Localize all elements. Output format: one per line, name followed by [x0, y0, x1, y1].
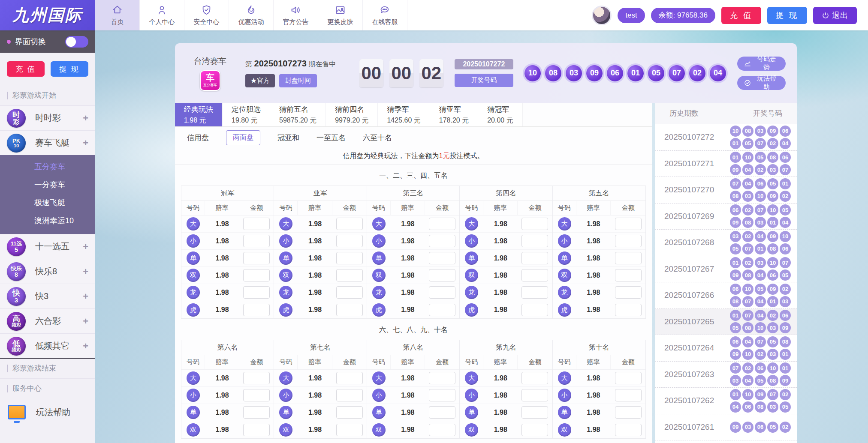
amount-input[interactable] — [429, 235, 455, 247]
bet-chip-龙[interactable]: 龙 — [187, 286, 200, 299]
bet-chip-小[interactable]: 小 — [558, 389, 571, 402]
bet-chip-小[interactable]: 小 — [558, 234, 571, 248]
amount-input[interactable] — [429, 424, 455, 436]
submenu-item-澳洲幸运10[interactable]: 澳洲幸运10 — [0, 212, 95, 230]
amount-input[interactable] — [429, 304, 455, 316]
nav-item-个人中心[interactable]: 个人中心 — [140, 0, 184, 30]
nav-item-优惠活动[interactable]: 优惠活动 — [229, 0, 274, 30]
bet-chip-大[interactable]: 大 — [372, 371, 386, 385]
amount-input[interactable] — [615, 406, 642, 419]
amount-input[interactable] — [521, 372, 548, 384]
expand-plus-icon[interactable]: + — [83, 291, 88, 302]
tab-猜亚军[interactable]: 猜亚军178.20 元 — [430, 103, 478, 126]
subtab-冠亚和[interactable]: 冠亚和 — [277, 133, 299, 143]
amount-input[interactable] — [336, 218, 363, 230]
history-row[interactable]: 2025010727101100508060904020307 — [655, 151, 797, 177]
amount-input[interactable] — [336, 252, 363, 264]
two-side-tab[interactable]: 两面盘 — [226, 130, 260, 145]
history-row[interactable]: 2025010726406040705080910020301 — [655, 335, 797, 362]
expand-plus-icon[interactable]: + — [83, 138, 88, 149]
amount-input[interactable] — [243, 304, 270, 316]
sidebar-item-赛车飞艇[interactable]: PK10赛车飞艇+ — [0, 130, 95, 155]
bet-chip-双[interactable]: 双 — [279, 423, 292, 437]
amount-input[interactable] — [429, 406, 455, 419]
bet-chip-龙[interactable]: 龙 — [558, 286, 571, 299]
amount-input[interactable] — [336, 286, 363, 299]
bet-chip-大[interactable]: 大 — [279, 217, 292, 230]
amount-input[interactable] — [243, 389, 270, 401]
expand-plus-icon[interactable]: + — [83, 316, 88, 327]
nav-item-在线客服[interactable]: 在线客服 — [363, 0, 407, 30]
amount-input[interactable] — [243, 235, 270, 247]
amount-input[interactable] — [243, 406, 270, 419]
bet-chip-双[interactable]: 双 — [558, 423, 571, 437]
history-row[interactable]: 202501072610903060502 — [655, 414, 797, 441]
amount-input[interactable] — [243, 424, 270, 436]
submenu-item-五分赛车[interactable]: 五分赛车 — [0, 158, 95, 176]
sidebar-recharge-button[interactable]: 充 值 — [7, 61, 45, 77]
nav-item-更换皮肤[interactable]: 更换皮肤 — [318, 0, 363, 30]
submenu-item-一分赛车[interactable]: 一分赛车 — [0, 176, 95, 194]
amount-input[interactable] — [521, 424, 548, 436]
expand-plus-icon[interactable]: + — [83, 266, 88, 277]
nav-item-首页[interactable]: 首页 — [95, 0, 140, 30]
amount-input[interactable] — [615, 269, 642, 281]
bet-chip-双[interactable]: 双 — [465, 423, 478, 437]
amount-input[interactable] — [243, 252, 270, 264]
history-row[interactable]: 2025010726606100509020807040103 — [655, 282, 797, 309]
history-row[interactable]: 2025010726307020610010304050809 — [655, 362, 797, 388]
amount-input[interactable] — [521, 286, 548, 299]
game-logo-icon[interactable]: 车 五分赛车 — [200, 70, 220, 91]
amount-input[interactable] — [336, 304, 363, 316]
expand-plus-icon[interactable]: + — [83, 113, 88, 124]
amount-input[interactable] — [336, 424, 363, 436]
bet-chip-单[interactable]: 单 — [279, 406, 292, 419]
bet-chip-小[interactable]: 小 — [372, 234, 386, 248]
tab-猜前四名[interactable]: 猜前四名9979.20 元 — [326, 103, 378, 126]
bet-chip-龙[interactable]: 龙 — [279, 286, 292, 299]
bet-chip-小[interactable]: 小 — [465, 234, 478, 248]
amount-input[interactable] — [243, 269, 270, 281]
amount-input[interactable] — [521, 252, 548, 264]
bet-chip-双[interactable]: 双 — [558, 269, 571, 282]
amount-input[interactable] — [615, 424, 642, 436]
amount-input[interactable] — [336, 235, 363, 247]
bet-chip-大[interactable]: 大 — [465, 217, 478, 230]
tab-猜冠军[interactable]: 猜冠军20.00 元 — [478, 103, 522, 126]
bet-chip-龙[interactable]: 龙 — [465, 286, 478, 299]
amount-input[interactable] — [429, 286, 455, 299]
expand-plus-icon[interactable]: + — [83, 341, 88, 352]
amount-input[interactable] — [429, 269, 455, 281]
amount-input[interactable] — [336, 269, 363, 281]
username-pill[interactable]: test — [618, 8, 645, 23]
tab-经典玩法[interactable]: 经典玩法1.98 元 — [175, 103, 223, 126]
amount-input[interactable] — [521, 235, 548, 247]
history-row[interactable]: 2025010726501070402060508100309 — [655, 309, 797, 335]
official-button[interactable]: ★官方 — [245, 74, 275, 87]
bet-chip-大[interactable]: 大 — [187, 217, 200, 230]
amount-input[interactable] — [521, 304, 548, 316]
tab-定位胆选[interactable]: 定位胆选19.80 元 — [223, 103, 270, 126]
amount-input[interactable] — [615, 372, 642, 384]
bet-chip-小[interactable]: 小 — [187, 234, 200, 248]
bet-chip-单[interactable]: 单 — [279, 251, 292, 265]
amount-input[interactable] — [429, 372, 455, 384]
history-row[interactable]: 2025010727007040605010803100902 — [655, 177, 797, 204]
avatar[interactable] — [592, 6, 612, 25]
bet-chip-单[interactable]: 单 — [187, 406, 200, 419]
bet-chip-大[interactable]: 大 — [372, 217, 386, 230]
tab-猜前五名[interactable]: 猜前五名59875.20 元 — [270, 103, 326, 126]
bet-chip-小[interactable]: 小 — [279, 234, 292, 248]
sidebar-item-help[interactable]: 玩法帮助 — [0, 398, 95, 426]
bet-chip-虎[interactable]: 虎 — [558, 303, 571, 317]
lock-time-button[interactable]: 封盘时间 — [279, 74, 317, 87]
bet-chip-单[interactable]: 单 — [187, 251, 200, 265]
sidebar-item-快3[interactable]: 快3快3+ — [0, 284, 95, 308]
trend-button[interactable]: 号码走势 — [737, 57, 786, 71]
bet-chip-单[interactable]: 单 — [372, 406, 386, 419]
history-row[interactable]: 2025010726906020710050908030104 — [655, 204, 797, 230]
tab-猜季军[interactable]: 猜季军1425.60 元 — [378, 103, 430, 126]
history-row[interactable]: 2025010726701020310070908040605 — [655, 256, 797, 283]
bet-chip-单[interactable]: 单 — [558, 251, 571, 265]
bet-chip-小[interactable]: 小 — [465, 389, 478, 402]
